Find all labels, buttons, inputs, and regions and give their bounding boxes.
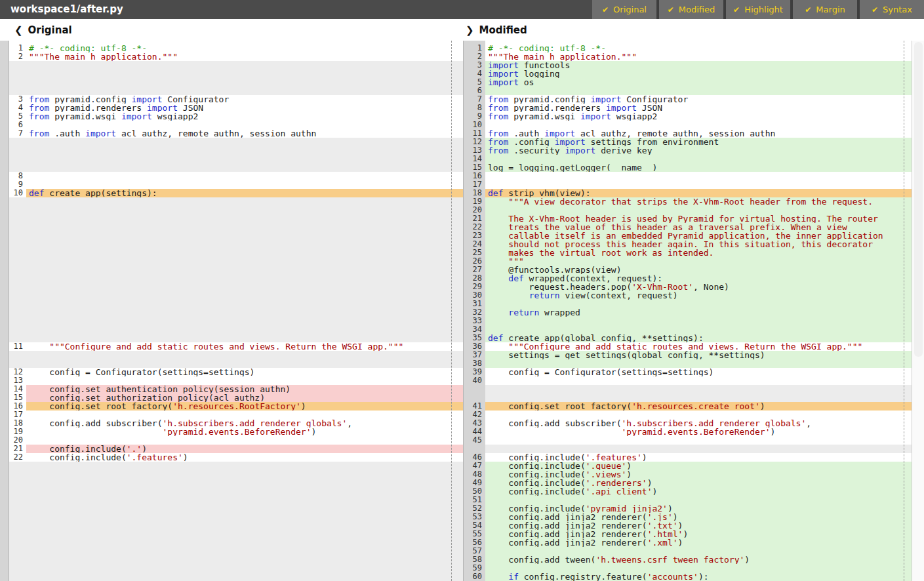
code-line[interactable] [26,121,463,129]
code-line[interactable]: from pyramid.renderers import JSON [26,104,463,112]
code-line-row[interactable]: 2"""The main h application.""" [9,52,463,61]
code-line-row[interactable]: 22 config.include('.features') [9,453,463,462]
code-line[interactable]: """ [485,257,912,266]
code-line[interactable]: config = Configurator(settings=settings) [485,368,912,376]
code-line-row[interactable]: 3import functools [463,61,912,70]
code-line-row[interactable]: 12from .config import settings_from_envi… [463,138,912,146]
code-line[interactable]: import logging [485,70,912,78]
code-line[interactable]: config.include('.features') [485,453,912,462]
code-line-row[interactable]: 40 [463,376,912,385]
code-line[interactable] [485,411,912,419]
code-line[interactable]: makes the virtual root work as intended. [485,249,912,257]
code-line[interactable]: 'pyramid.events.BeforeRender') [26,428,463,436]
code-line[interactable]: config.set_root_factory('h.resources.Roo… [26,402,463,411]
code-line-row[interactable]: 15log = logging.getLogger(__name__) [463,163,912,172]
code-line[interactable]: import functools [485,61,912,70]
code-line-row[interactable]: 22 treats the value of this header as a … [463,223,912,231]
code-line-row[interactable]: 8from pyramid.renderers import JSON [463,104,912,112]
code-line-row[interactable]: 42 [463,411,912,419]
code-line-row[interactable]: 50 config.include('.api_client') [463,487,912,496]
code-line[interactable] [26,411,463,419]
code-line-row[interactable]: 52 config.include('pyramid_jinja2') [463,504,912,513]
code-line-row[interactable]: 30 return view(context, request) [463,291,912,300]
code-line-row[interactable]: 12 config = Configurator(settings=settin… [9,368,463,376]
code-line-row[interactable]: 49 config.include('.renderers') [463,479,912,487]
code-line[interactable]: config.include('pyramid_jinja2') [485,504,912,513]
code-line[interactable]: should not process this header again. In… [485,240,912,249]
code-line[interactable] [485,564,912,572]
code-line-row[interactable]: 1# -*- coding: utf-8 -*- [9,44,463,52]
code-line[interactable]: config.include('.queue') [485,462,912,470]
code-line[interactable]: from .auth import acl_authz, remote_auth… [485,129,912,138]
code-line[interactable]: config.set_root_factory('h.resources.cre… [485,402,912,411]
code-line[interactable] [485,206,912,214]
code-line-row[interactable]: 8 [9,172,463,180]
code-line[interactable]: # -*- coding: utf-8 -*- [26,44,463,52]
code-line[interactable]: config.set_authorization_policy(acl_auth… [26,393,463,402]
code-line-row[interactable]: 21 config.include('.') [9,445,463,453]
code-line-row[interactable]: 5import os [463,78,912,87]
code-line[interactable]: if config.registry.feature('accounts'): [485,572,912,581]
code-line[interactable] [485,445,912,453]
toggle-syntax-button[interactable]: ✔Syntax [860,0,924,19]
code-line[interactable]: config.add_subscriber('h.subscribers.add… [485,419,912,428]
code-line[interactable]: from pyramid.config import Configurator [485,95,912,104]
code-line[interactable]: from pyramid.renderers import JSON [485,104,912,112]
code-line-row[interactable]: 4import logging [463,70,912,78]
code-line[interactable]: treats the value of this header as a tra… [485,223,912,231]
code-line-row[interactable]: 24 should not process this header again.… [463,240,912,249]
code-line-row[interactable]: 1# -*- coding: utf-8 -*- [463,44,912,52]
code-line-row[interactable]: 39 config = Configurator(settings=settin… [463,368,912,376]
code-line[interactable]: 'pyramid.events.BeforeRender') [485,428,912,436]
code-line[interactable] [485,325,912,334]
code-line-row[interactable]: 20 [463,206,912,214]
code-line-row[interactable]: 47 config.include('.queue') [463,462,912,470]
code-line[interactable]: def wrapped(context, request): [485,274,912,283]
code-line[interactable]: """The main h application.""" [26,52,463,61]
code-line[interactable] [485,300,912,308]
code-line-row[interactable]: 23 callable itself is an embedded Pyrami… [463,231,912,240]
code-line-row[interactable]: 10 [463,121,912,129]
code-line-row[interactable]: 57 [463,547,912,555]
code-line[interactable]: """A view decorator that strips the X-Vh… [485,197,912,206]
code-line-row[interactable]: 19 """A view decorator that strips the X… [463,197,912,206]
code-line-row[interactable]: 54 config.add_jinja2_renderer('.txt') [463,521,912,530]
code-line[interactable]: from pyramid.wsgi import wsgiapp2 [485,112,912,121]
code-line-row[interactable]: 16 config.set_root_factory('h.resources.… [9,402,463,411]
code-line[interactable]: from .config import settings_from_enviro… [485,138,912,146]
code-line[interactable]: config.add_jinja2_renderer('.xml') [485,538,912,547]
code-line[interactable]: config.add_jinja2_renderer('.html') [485,530,912,538]
toggle-original-button[interactable]: ✔Original [592,0,656,19]
code-line[interactable]: """The main h application.""" [485,52,912,61]
code-line[interactable] [26,376,463,385]
code-line-row[interactable]: 56 config.add_jinja2_renderer('.xml') [463,538,912,547]
code-line-row[interactable]: 18def strip_vhm(view): [463,189,912,197]
code-line-row[interactable]: 59 [463,564,912,572]
code-line-row[interactable]: 37 settings = get_settings(global_config… [463,351,912,359]
code-line[interactable]: # -*- coding: utf-8 -*- [485,44,912,52]
code-line[interactable]: config.add_jinja2_renderer('.js') [485,513,912,521]
code-line-row[interactable]: 11 """Configure and add static routes an… [9,342,463,351]
code-line[interactable]: config = Configurator(settings=settings) [26,368,463,376]
code-line-row[interactable]: 6 [463,87,912,95]
code-line[interactable]: import os [485,78,912,87]
modified-pane[interactable]: 1# -*- coding: utf-8 -*-2"""The main h a… [463,41,912,581]
code-line-row[interactable]: 46 config.include('.features') [463,453,912,462]
code-line-row[interactable]: 20 [9,436,463,445]
code-line-row[interactable]: 55 config.add_jinja2_renderer('.html') [463,530,912,538]
code-line-row[interactable]: 34 [463,325,912,334]
code-line[interactable]: config.include('.api_client') [485,487,912,496]
code-line[interactable] [485,436,912,445]
code-line[interactable] [26,172,463,180]
toggle-margin-button[interactable]: ✔Margin [793,0,857,19]
code-line[interactable]: config.add_tween('h.tweens.csrf_tween_fa… [485,555,912,564]
code-line-row[interactable]: 14 config.set_authentication_policy(sess… [9,385,463,393]
code-line[interactable]: @functools.wraps(view) [485,266,912,274]
code-line[interactable]: def strip_vhm(view): [485,189,912,197]
code-line-row[interactable]: 51 [463,496,912,504]
code-line[interactable]: config.include('.') [26,445,463,453]
code-line-row[interactable]: 31 [463,300,912,308]
code-line[interactable]: from pyramid.wsgi import wsgiapp2 [26,112,463,121]
code-line[interactable]: config.add_subscriber('h.subscribers.add… [26,419,463,428]
code-line[interactable]: callable itself is an embedded Pyramid a… [485,231,912,240]
